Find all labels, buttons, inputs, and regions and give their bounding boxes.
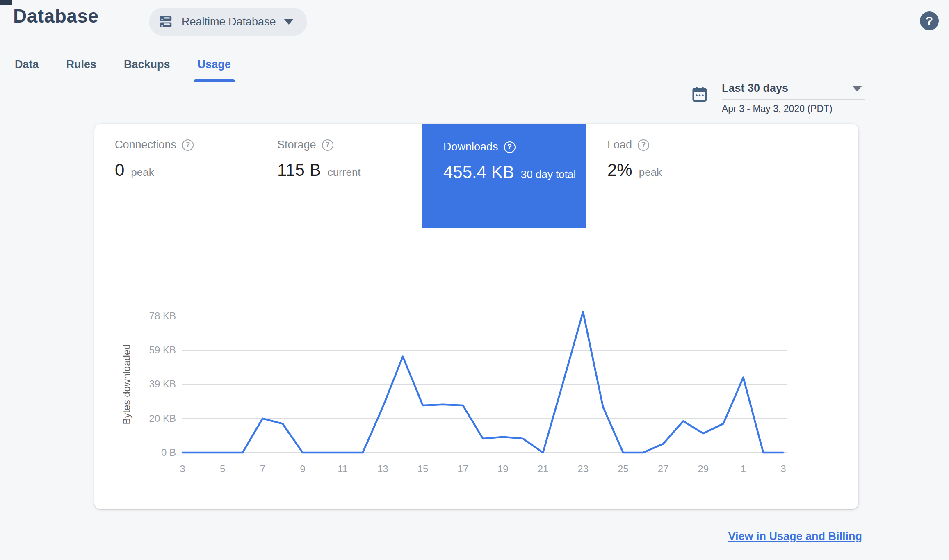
help-icon: ? [504, 141, 516, 153]
date-range-preset: Last 30 days [722, 82, 788, 95]
svg-text:9: 9 [300, 463, 305, 474]
help-button[interactable]: ? [920, 11, 939, 30]
svg-text:27: 27 [658, 463, 669, 474]
metric-label: Connections [115, 139, 176, 151]
metric-load[interactable]: Load ? 2% peak [607, 139, 662, 180]
svg-text:20 KB: 20 KB [149, 413, 176, 424]
svg-text:25: 25 [618, 463, 629, 474]
database-icon [158, 14, 173, 30]
svg-text:15: 15 [417, 463, 429, 474]
tab-backups[interactable]: Backups [124, 54, 170, 82]
svg-text:59 KB: 59 KB [149, 344, 176, 355]
calendar-icon [691, 84, 709, 104]
view-usage-billing-link[interactable]: View in Usage and Billing [728, 530, 862, 543]
chevron-down-icon [852, 86, 862, 91]
database-selector[interactable]: Realtime Database [149, 8, 307, 36]
svg-text:21: 21 [538, 463, 549, 474]
usage-card: Connections ? 0 peak Storage ? 115 B cur… [94, 124, 858, 509]
metric-label: Downloads [443, 141, 498, 153]
svg-text:19: 19 [497, 463, 509, 474]
svg-text:17: 17 [457, 463, 468, 474]
date-range-selector[interactable]: Last 30 days Apr 3 - May 3, 2020 (PDT) [691, 82, 865, 114]
corner-strip [0, 0, 12, 5]
help-icon: ? [322, 139, 333, 151]
svg-text:78 KB: 78 KB [149, 310, 176, 321]
metric-unit: peak [131, 166, 154, 179]
database-selector-label: Realtime Database [182, 16, 276, 28]
tab-usage[interactable]: Usage [198, 54, 231, 82]
metric-downloads-selected[interactable]: Downloads ? 455.4 KB 30 day total [422, 124, 586, 228]
metric-connections[interactable]: Connections ? 0 peak [115, 139, 194, 180]
svg-text:7: 7 [260, 463, 265, 474]
svg-text:3: 3 [180, 463, 185, 474]
svg-text:5: 5 [220, 463, 225, 474]
svg-text:11: 11 [338, 463, 348, 474]
metric-label: Storage [277, 139, 316, 151]
svg-text:Bytes downloaded: Bytes downloaded [121, 344, 132, 424]
metric-unit: peak [639, 166, 662, 179]
svg-text:3: 3 [780, 463, 786, 474]
svg-text:29: 29 [698, 463, 709, 474]
downloads-usage-chart[interactable]: 0 B20 KB39 KB59 KB78 KB35791113151719212… [96, 301, 793, 486]
metric-value: 2% [607, 160, 632, 180]
help-icon: ? [638, 139, 649, 151]
svg-text:13: 13 [377, 463, 388, 474]
tab-data[interactable]: Data [15, 54, 39, 82]
metric-value: 0 [115, 160, 124, 180]
metric-unit: 30 day total [521, 168, 576, 181]
svg-text:0 B: 0 B [161, 447, 176, 458]
metric-label: Load [607, 139, 632, 151]
svg-text:1: 1 [741, 463, 746, 474]
svg-text:39 KB: 39 KB [149, 378, 176, 389]
page-title: Database [13, 5, 99, 27]
metric-value: 115 B [277, 160, 321, 180]
metric-value: 455.4 KB [443, 162, 514, 182]
help-icon: ? [182, 139, 194, 151]
metric-storage[interactable]: Storage ? 115 B current [277, 139, 361, 180]
chevron-down-icon [284, 19, 293, 25]
svg-text:23: 23 [577, 463, 589, 474]
metric-unit: current [328, 166, 361, 179]
tab-bar: Data Rules Backups Usage [12, 54, 937, 82]
tab-rules[interactable]: Rules [66, 54, 97, 82]
date-range-detail: Apr 3 - May 3, 2020 (PDT) [722, 103, 865, 114]
